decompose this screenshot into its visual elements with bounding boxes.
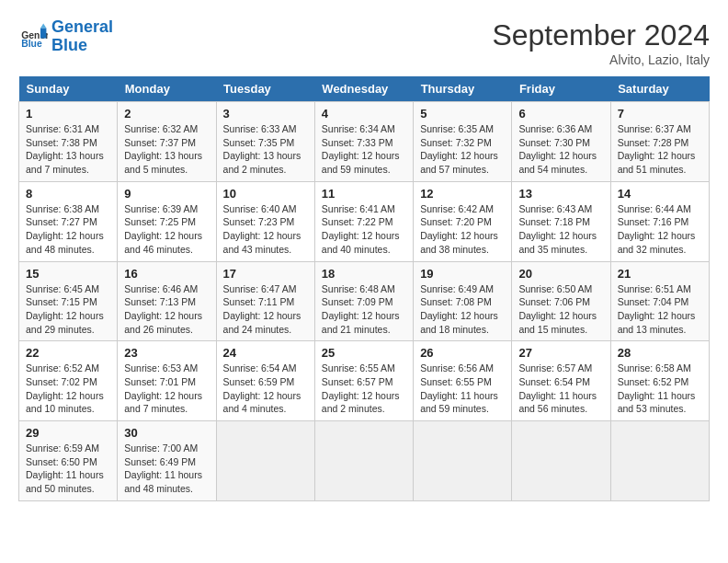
day-number: 3 [223, 107, 308, 121]
day-number: 6 [518, 107, 603, 121]
day-info: Sunrise: 6:45 AM Sunset: 7:15 PM Dayligh… [26, 282, 110, 337]
calendar-cell: 20Sunrise: 6:50 AM Sunset: 7:06 PM Dayli… [512, 261, 610, 341]
day-number: 8 [26, 187, 110, 201]
calendar-cell: 15Sunrise: 6:45 AM Sunset: 7:15 PM Dayli… [19, 261, 118, 341]
calendar-cell: 14Sunrise: 6:44 AM Sunset: 7:16 PM Dayli… [610, 181, 709, 261]
day-info: Sunrise: 6:33 AM Sunset: 7:35 PM Dayligh… [223, 122, 308, 177]
day-info: Sunrise: 6:34 AM Sunset: 7:33 PM Dayligh… [322, 122, 406, 177]
calendar-cell: 1Sunrise: 6:31 AM Sunset: 7:38 PM Daylig… [19, 102, 118, 182]
calendar-cell: 17Sunrise: 6:47 AM Sunset: 7:11 PM Dayli… [216, 261, 314, 341]
day-number: 21 [618, 267, 702, 281]
day-number: 28 [618, 346, 702, 360]
day-number: 25 [322, 346, 406, 360]
day-info: Sunrise: 7:00 AM Sunset: 6:49 PM Dayligh… [124, 442, 209, 496]
day-number: 22 [26, 346, 110, 360]
calendar-cell [414, 421, 512, 501]
calendar-cell: 8Sunrise: 6:38 AM Sunset: 7:27 PM Daylig… [19, 181, 118, 261]
calendar-cell: 6Sunrise: 6:36 AM Sunset: 7:30 PM Daylig… [512, 102, 610, 182]
day-number: 18 [322, 267, 406, 281]
calendar-cell [610, 421, 709, 501]
day-info: Sunrise: 6:36 AM Sunset: 7:30 PM Dayligh… [518, 122, 603, 177]
day-number: 4 [322, 107, 406, 121]
calendar-cell: 21Sunrise: 6:51 AM Sunset: 7:04 PM Dayli… [610, 261, 709, 341]
day-info: Sunrise: 6:31 AM Sunset: 7:38 PM Dayligh… [26, 122, 110, 177]
day-number: 16 [124, 267, 209, 281]
page-header: General Blue GeneralBlue September 2024 … [18, 18, 710, 67]
day-number: 12 [420, 187, 505, 201]
weekday-header-thursday: Thursday [414, 76, 512, 102]
day-info: Sunrise: 6:43 AM Sunset: 7:18 PM Dayligh… [518, 202, 603, 257]
day-info: Sunrise: 6:32 AM Sunset: 7:37 PM Dayligh… [124, 122, 209, 177]
day-number: 9 [124, 187, 209, 201]
day-number: 26 [420, 346, 505, 360]
logo-text: GeneralBlue [51, 18, 113, 55]
weekday-header-monday: Monday [118, 76, 216, 102]
calendar-cell: 29Sunrise: 6:59 AM Sunset: 6:50 PM Dayli… [19, 421, 118, 501]
weekday-header-wednesday: Wednesday [314, 76, 413, 102]
day-number: 23 [124, 346, 209, 360]
day-info: Sunrise: 6:51 AM Sunset: 7:04 PM Dayligh… [618, 282, 702, 337]
day-info: Sunrise: 6:58 AM Sunset: 6:52 PM Dayligh… [618, 362, 702, 416]
day-info: Sunrise: 6:37 AM Sunset: 7:28 PM Dayligh… [618, 122, 702, 177]
calendar-cell: 28Sunrise: 6:58 AM Sunset: 6:52 PM Dayli… [610, 341, 709, 421]
calendar-cell: 7Sunrise: 6:37 AM Sunset: 7:28 PM Daylig… [610, 102, 709, 182]
day-info: Sunrise: 6:35 AM Sunset: 7:32 PM Dayligh… [420, 122, 505, 177]
day-info: Sunrise: 6:57 AM Sunset: 6:54 PM Dayligh… [518, 362, 603, 416]
calendar-cell: 24Sunrise: 6:54 AM Sunset: 6:59 PM Dayli… [216, 341, 314, 421]
calendar-cell: 19Sunrise: 6:49 AM Sunset: 7:08 PM Dayli… [414, 261, 512, 341]
calendar-table: SundayMondayTuesdayWednesdayThursdayFrid… [18, 76, 710, 501]
calendar-cell: 18Sunrise: 6:48 AM Sunset: 7:09 PM Dayli… [314, 261, 413, 341]
day-info: Sunrise: 6:44 AM Sunset: 7:16 PM Dayligh… [618, 202, 702, 257]
day-number: 24 [223, 346, 308, 360]
day-info: Sunrise: 6:59 AM Sunset: 6:50 PM Dayligh… [26, 442, 110, 496]
svg-text:Blue: Blue [21, 39, 42, 49]
calendar-cell: 13Sunrise: 6:43 AM Sunset: 7:18 PM Dayli… [512, 181, 610, 261]
calendar-cell: 11Sunrise: 6:41 AM Sunset: 7:22 PM Dayli… [314, 181, 413, 261]
calendar-cell: 25Sunrise: 6:55 AM Sunset: 6:57 PM Dayli… [314, 341, 413, 421]
calendar-cell: 9Sunrise: 6:39 AM Sunset: 7:25 PM Daylig… [118, 181, 216, 261]
logo-icon: General Blue [18, 22, 48, 52]
day-info: Sunrise: 6:50 AM Sunset: 7:06 PM Dayligh… [518, 282, 603, 337]
day-info: Sunrise: 6:49 AM Sunset: 7:08 PM Dayligh… [420, 282, 505, 337]
title-section: September 2024 Alvito, Lazio, Italy [492, 18, 710, 67]
day-number: 30 [124, 426, 209, 440]
day-number: 13 [518, 187, 603, 201]
day-info: Sunrise: 6:55 AM Sunset: 6:57 PM Dayligh… [322, 362, 406, 416]
location: Alvito, Lazio, Italy [492, 52, 710, 67]
day-number: 15 [26, 267, 110, 281]
calendar-cell: 3Sunrise: 6:33 AM Sunset: 7:35 PM Daylig… [216, 102, 314, 182]
day-number: 1 [26, 107, 110, 121]
day-info: Sunrise: 6:56 AM Sunset: 6:55 PM Dayligh… [420, 362, 505, 416]
day-info: Sunrise: 6:48 AM Sunset: 7:09 PM Dayligh… [322, 282, 406, 337]
day-number: 19 [420, 267, 505, 281]
day-number: 14 [618, 187, 702, 201]
weekday-header-sunday: Sunday [19, 76, 118, 102]
weekday-header-saturday: Saturday [610, 76, 709, 102]
calendar-cell: 23Sunrise: 6:53 AM Sunset: 7:01 PM Dayli… [118, 341, 216, 421]
weekday-header-friday: Friday [512, 76, 610, 102]
calendar-cell: 4Sunrise: 6:34 AM Sunset: 7:33 PM Daylig… [314, 102, 413, 182]
calendar-cell: 30Sunrise: 7:00 AM Sunset: 6:49 PM Dayli… [118, 421, 216, 501]
day-info: Sunrise: 6:52 AM Sunset: 7:02 PM Dayligh… [26, 362, 110, 416]
day-number: 17 [223, 267, 308, 281]
day-number: 2 [124, 107, 209, 121]
day-info: Sunrise: 6:53 AM Sunset: 7:01 PM Dayligh… [124, 362, 209, 416]
day-number: 7 [618, 107, 702, 121]
day-number: 20 [518, 267, 603, 281]
calendar-cell [314, 421, 413, 501]
svg-marker-2 [40, 28, 46, 38]
calendar-cell [512, 421, 610, 501]
calendar-cell: 12Sunrise: 6:42 AM Sunset: 7:20 PM Dayli… [414, 181, 512, 261]
day-info: Sunrise: 6:39 AM Sunset: 7:25 PM Dayligh… [124, 202, 209, 257]
day-number: 5 [420, 107, 505, 121]
svg-marker-3 [40, 23, 46, 28]
day-number: 29 [26, 426, 110, 440]
logo: General Blue GeneralBlue [18, 18, 113, 55]
month-title: September 2024 [492, 18, 710, 52]
calendar-cell [216, 421, 314, 501]
day-info: Sunrise: 6:38 AM Sunset: 7:27 PM Dayligh… [26, 202, 110, 257]
day-info: Sunrise: 6:42 AM Sunset: 7:20 PM Dayligh… [420, 202, 505, 257]
day-number: 11 [322, 187, 406, 201]
day-info: Sunrise: 6:40 AM Sunset: 7:23 PM Dayligh… [223, 202, 308, 257]
day-info: Sunrise: 6:41 AM Sunset: 7:22 PM Dayligh… [322, 202, 406, 257]
